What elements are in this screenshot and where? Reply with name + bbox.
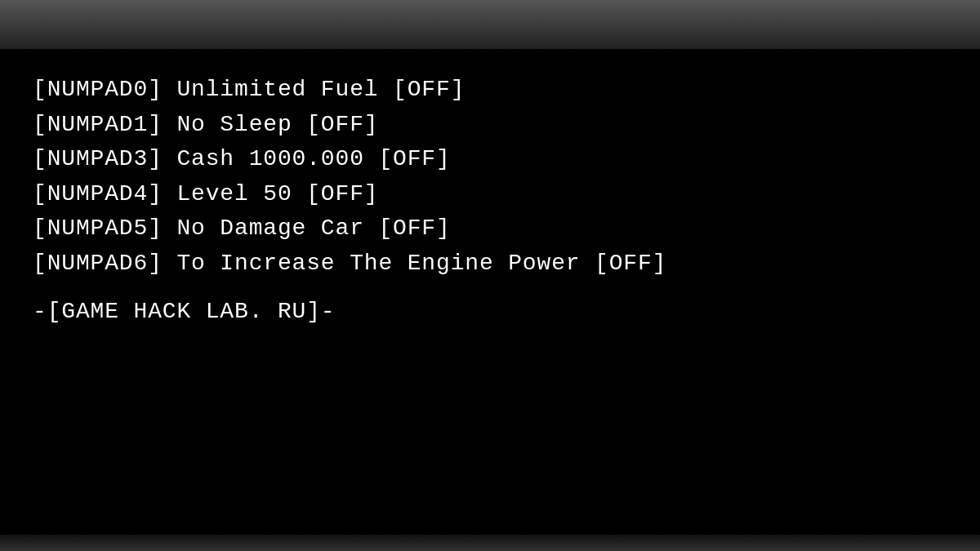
content-area: [NUMPAD0] Unlimited Fuel [OFF][NUMPAD1] … (0, 49, 980, 535)
footer-label: -[GAME HACK LAB. RU]- (33, 299, 947, 324)
bottom-bar (0, 535, 980, 551)
top-bar (0, 0, 980, 49)
cheat-item: [NUMPAD1] No Sleep [OFF] (33, 109, 947, 142)
cheat-item: [NUMPAD4] Level 50 [OFF] (33, 178, 947, 211)
cheat-list: [NUMPAD0] Unlimited Fuel [OFF][NUMPAD1] … (33, 73, 947, 281)
cheat-item: [NUMPAD6] To Increase The Engine Power [… (33, 247, 947, 281)
cheat-item: [NUMPAD0] Unlimited Fuel [OFF] (33, 73, 947, 107)
cheat-item: [NUMPAD3] Cash 1000.000 [OFF] (33, 143, 947, 176)
cheat-item: [NUMPAD5] No Damage Car [OFF] (33, 212, 947, 246)
